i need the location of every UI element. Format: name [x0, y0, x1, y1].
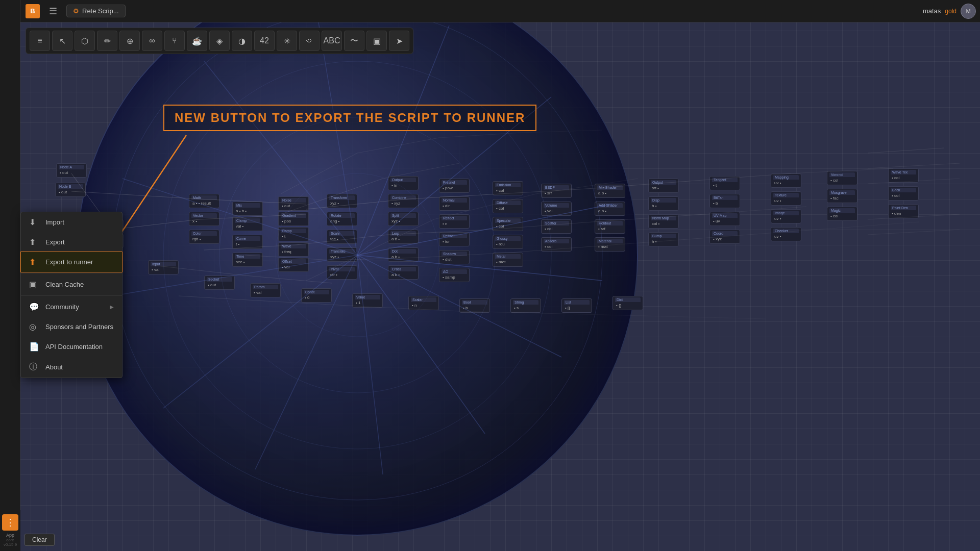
- node[interactable]: Brick • col: [888, 186, 919, 201]
- node[interactable]: Socket • out: [204, 276, 235, 290]
- node[interactable]: String • s: [510, 298, 541, 313]
- menu-item-about[interactable]: ⓘ About: [21, 357, 122, 378]
- menu-item-sponsors[interactable]: ◎ Sponsors and Partners: [21, 317, 122, 337]
- node[interactable]: Specular • col: [493, 217, 523, 231]
- node[interactable]: Wave • freq: [278, 242, 309, 257]
- canvas-area[interactable]: Node A • out Node B • out Process in • •…: [0, 0, 980, 551]
- node[interactable]: Output • in: [388, 176, 419, 190]
- hexagon-tool[interactable]: ⬡: [75, 31, 95, 51]
- number-tool[interactable]: 42: [254, 31, 275, 51]
- menu-item-clean-cache[interactable]: ▣ Clean Cache: [21, 274, 122, 294]
- node[interactable]: Ramp • t: [278, 227, 309, 241]
- node[interactable]: Shadow • dist: [439, 250, 470, 264]
- node[interactable]: Bump h •: [648, 232, 679, 246]
- menu-item-community[interactable]: 💬 Community ▶: [21, 297, 122, 317]
- node[interactable]: Volume • vol: [541, 202, 572, 216]
- arrow-tool[interactable]: ➤: [389, 31, 409, 51]
- node[interactable]: Curve t •: [232, 235, 263, 249]
- node[interactable]: Checker uv •: [771, 227, 801, 241]
- node[interactable]: Glossy • rou: [493, 235, 523, 249]
- pencil-tool[interactable]: ✏: [97, 31, 117, 51]
- circle-half-tool[interactable]: ◑: [232, 31, 252, 51]
- node[interactable]: Reflect • n: [439, 214, 470, 229]
- node[interactable]: Color rgb •: [189, 230, 219, 244]
- cursor-tool[interactable]: ↖: [52, 31, 72, 51]
- node[interactable]: Voronoi • col: [827, 171, 857, 185]
- hamburger-button[interactable]: ☰: [45, 4, 61, 19]
- app-menu-button[interactable]: ⋮: [2, 514, 18, 531]
- node[interactable]: Output srf •: [648, 179, 679, 193]
- menu-item-import[interactable]: ⬇ Import: [21, 212, 122, 232]
- node[interactable]: Mix Shader a b •: [595, 184, 625, 198]
- node[interactable]: Input • val: [148, 260, 179, 274]
- node[interactable]: Disp h •: [648, 196, 679, 211]
- node[interactable]: Node A • out: [56, 163, 87, 178]
- menu-item-api-docs[interactable]: 📄 API Documentation: [21, 337, 122, 357]
- node[interactable]: Point Den • den: [888, 204, 919, 218]
- node[interactable]: Transform xyz •: [327, 194, 357, 208]
- menu-item-export-runner[interactable]: ⬆ Export to runner: [21, 252, 122, 272]
- gem-tool[interactable]: ◈: [209, 31, 230, 51]
- node[interactable]: UV Map • uv: [709, 212, 740, 226]
- node[interactable]: Mix a • b •: [232, 202, 263, 216]
- swirl-tool[interactable]: ꩜: [299, 31, 320, 51]
- node[interactable]: Metal • met: [493, 253, 523, 267]
- node[interactable]: Normal • dir: [439, 196, 470, 211]
- node[interactable]: Dict • {}: [612, 296, 643, 310]
- node[interactable]: Pivot ctr •: [327, 265, 357, 280]
- node[interactable]: Image uv •: [771, 209, 801, 223]
- square-tool[interactable]: ▣: [366, 31, 387, 51]
- node[interactable]: Fresnel • pow: [439, 179, 470, 193]
- asterisk-tool[interactable]: ✳: [277, 31, 297, 51]
- script-tab[interactable]: ⚙ Rete Scrip...: [66, 5, 126, 17]
- node[interactable]: Musgrave • fac: [827, 189, 857, 203]
- node[interactable]: Material • mat: [595, 237, 625, 252]
- node[interactable]: BitTan • b: [709, 194, 740, 208]
- cup-tool[interactable]: ☕: [187, 31, 207, 51]
- node[interactable]: Const • 0: [301, 288, 332, 303]
- node[interactable]: Clamp val •: [232, 217, 263, 231]
- node[interactable]: Cross a b •: [388, 265, 419, 280]
- node[interactable]: List • []: [561, 298, 592, 313]
- user-avatar[interactable]: M: [961, 4, 976, 19]
- node[interactable]: Noise • out: [278, 196, 309, 211]
- node[interactable]: Bool • b: [459, 298, 490, 313]
- node[interactable]: Add Shader a b •: [595, 202, 625, 216]
- node[interactable]: Texture uv •: [771, 191, 801, 206]
- node[interactable]: Magic • col: [827, 207, 857, 221]
- node[interactable]: BSDF • srf: [541, 184, 572, 198]
- node[interactable]: Mapping uv •: [771, 173, 801, 188]
- node[interactable]: Param • val: [250, 283, 281, 297]
- crosshair-tool[interactable]: ⊕: [119, 31, 140, 51]
- node[interactable]: Translate xyz •: [327, 247, 357, 262]
- node[interactable]: Scatter • col: [541, 219, 572, 234]
- menu-item-export[interactable]: ⬆ Export: [21, 232, 122, 252]
- fork-tool[interactable]: ⑂: [164, 31, 185, 51]
- node[interactable]: Absorb • col: [541, 237, 572, 252]
- text-tool[interactable]: ABC: [322, 31, 342, 51]
- node[interactable]: Dot a b •: [388, 247, 419, 262]
- node[interactable]: Coord • xyz: [709, 230, 740, 244]
- node[interactable]: Holdout • srf: [595, 219, 625, 234]
- node[interactable]: Offset • val: [278, 258, 309, 272]
- node[interactable]: Lerp a b •: [388, 230, 419, 244]
- node[interactable]: Tangent • t: [709, 176, 740, 190]
- node[interactable]: Split xyz •: [388, 212, 419, 226]
- notes-tool[interactable]: ≡: [30, 31, 50, 51]
- node[interactable]: Gradient • pos: [278, 212, 309, 226]
- link-tool[interactable]: ∞: [142, 31, 162, 51]
- clear-button[interactable]: Clear: [24, 534, 55, 546]
- node[interactable]: Vector x •: [189, 212, 219, 226]
- node[interactable]: Math a • • result: [189, 194, 219, 208]
- node[interactable]: Value • 1: [352, 293, 383, 308]
- node[interactable]: Scale fac •: [327, 230, 357, 244]
- node[interactable]: Norm Map col •: [648, 214, 679, 229]
- node[interactable]: Rotate ang •: [327, 212, 357, 226]
- node[interactable]: Refract • ior: [439, 232, 470, 246]
- node[interactable]: Diffuse • col: [493, 199, 523, 213]
- node[interactable]: AO • samp: [439, 268, 470, 282]
- node[interactable]: Emission • col: [493, 181, 523, 195]
- node[interactable]: Scalar • n: [408, 296, 439, 310]
- node[interactable]: Node B • out: [55, 183, 86, 197]
- wave-tool[interactable]: 〜: [344, 31, 364, 51]
